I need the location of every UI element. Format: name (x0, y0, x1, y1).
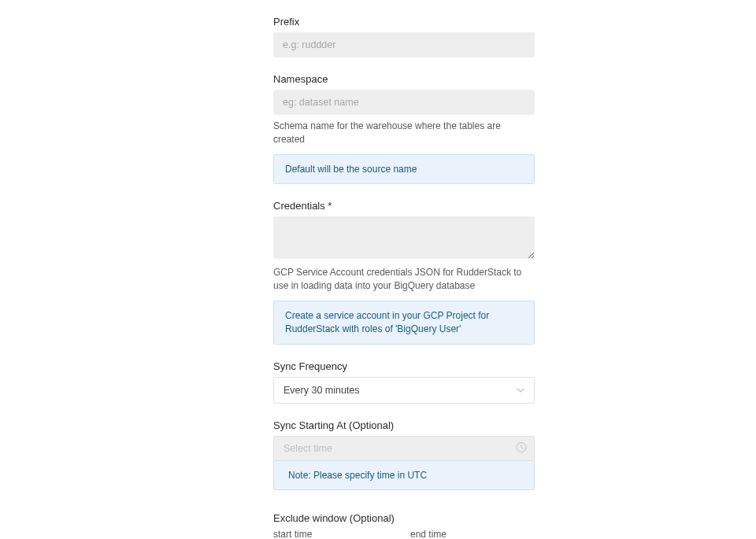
exclude-window-end-col: end time (410, 529, 535, 539)
namespace-field-group: Namespace Schema name for the warehouse … (273, 73, 535, 184)
prefix-field-group: Prefix (273, 16, 535, 57)
exclude-window-end-label: end time (410, 529, 535, 539)
exclude-window-row: start time end time (273, 529, 535, 539)
namespace-input[interactable] (273, 90, 535, 115)
form-container: Prefix Namespace Schema name for the war… (273, 0, 535, 539)
sync-starting-at-label: Sync Starting At (Optional) (273, 419, 535, 431)
exclude-window-field-group: Exclude window (Optional) start time end… (273, 512, 535, 539)
credentials-label: Credentials * (273, 200, 535, 212)
chevron-down-icon (517, 386, 524, 394)
namespace-info-box: Default will be the source name (273, 154, 535, 185)
prefix-input[interactable] (273, 32, 535, 57)
credentials-helper: GCP Service Account credentials JSON for… (273, 266, 535, 293)
sync-frequency-field-group: Sync Frequency Every 30 minutes (273, 360, 535, 404)
exclude-window-label: Exclude window (Optional) (273, 512, 535, 524)
credentials-info-box: Create a service account in your GCP Pro… (273, 301, 535, 345)
exclude-window-start-label: start time (273, 529, 398, 539)
prefix-label: Prefix (273, 16, 535, 28)
sync-frequency-label: Sync Frequency (273, 360, 535, 372)
sync-frequency-select[interactable]: Every 30 minutes (273, 377, 535, 404)
exclude-window-start-col: start time (273, 529, 398, 539)
sync-starting-at-input[interactable] (273, 436, 535, 461)
sync-frequency-value: Every 30 minutes (284, 385, 360, 396)
sync-starting-at-wrapper (273, 436, 535, 461)
credentials-textarea[interactable] (273, 216, 535, 259)
namespace-helper: Schema name for the warehouse where the … (273, 120, 535, 146)
credentials-field-group: Credentials * GCP Service Account creden… (273, 200, 535, 344)
namespace-label: Namespace (273, 73, 535, 85)
sync-starting-at-field-group: Sync Starting At (Optional) Note: Please… (273, 419, 535, 491)
sync-starting-at-info-box: Note: Please specify time in UTC (273, 461, 535, 491)
